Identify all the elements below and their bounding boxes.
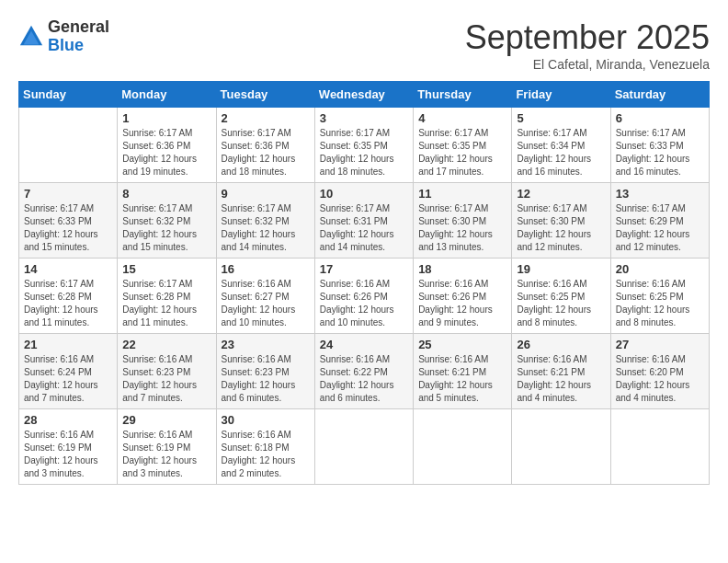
day-number: 10 <box>320 187 408 201</box>
day-number: 23 <box>222 338 310 351</box>
day-number: 8 <box>122 187 210 201</box>
week-row-5: 28 Sunrise: 6:16 AMSunset: 6:19 PMDaylig… <box>19 409 710 485</box>
logo-icon <box>18 24 44 50</box>
day-number: 12 <box>517 187 605 201</box>
day-cell: 13 Sunrise: 6:17 AMSunset: 6:29 PMDaylig… <box>610 183 709 259</box>
day-number: 14 <box>24 262 112 276</box>
day-info: Sunrise: 6:16 AMSunset: 6:19 PMDaylight:… <box>122 430 197 478</box>
day-cell: 27 Sunrise: 6:16 AMSunset: 6:20 PMDaylig… <box>610 334 709 409</box>
day-number: 17 <box>320 262 408 276</box>
day-info: Sunrise: 6:16 AMSunset: 6:27 PMDaylight:… <box>222 279 296 327</box>
day-cell: 19 Sunrise: 6:16 AMSunset: 6:25 PMDaylig… <box>512 259 610 334</box>
calendar-table: SundayMondayTuesdayWednesdayThursdayFrid… <box>18 81 710 485</box>
day-cell <box>314 409 413 485</box>
day-info: Sunrise: 6:17 AMSunset: 6:28 PMDaylight:… <box>24 279 98 327</box>
day-cell: 3 Sunrise: 6:17 AMSunset: 6:35 PMDayligh… <box>314 108 413 183</box>
day-cell: 17 Sunrise: 6:16 AMSunset: 6:26 PMDaylig… <box>314 259 413 334</box>
day-header-friday: Friday <box>512 82 610 108</box>
day-cell <box>512 409 610 485</box>
day-info: Sunrise: 6:17 AMSunset: 6:36 PMDaylight:… <box>122 128 197 177</box>
day-number: 29 <box>122 413 210 427</box>
day-info: Sunrise: 6:16 AMSunset: 6:26 PMDaylight:… <box>320 279 394 327</box>
day-info: Sunrise: 6:16 AMSunset: 6:18 PMDaylight:… <box>222 430 296 478</box>
page-header: General Blue September 2025 El Cafetal, … <box>18 18 710 72</box>
logo-blue-text: Blue <box>48 37 109 55</box>
day-cell: 22 Sunrise: 6:16 AMSunset: 6:23 PMDaylig… <box>118 334 216 409</box>
day-number: 7 <box>24 187 112 201</box>
day-cell: 11 Sunrise: 6:17 AMSunset: 6:30 PMDaylig… <box>414 183 512 259</box>
week-row-3: 14 Sunrise: 6:17 AMSunset: 6:28 PMDaylig… <box>19 259 710 334</box>
day-info: Sunrise: 6:16 AMSunset: 6:21 PMDaylight:… <box>517 354 591 403</box>
day-number: 11 <box>418 187 506 201</box>
day-cell: 2 Sunrise: 6:17 AMSunset: 6:36 PMDayligh… <box>216 108 314 183</box>
day-header-wednesday: Wednesday <box>314 82 413 108</box>
day-cell: 12 Sunrise: 6:17 AMSunset: 6:30 PMDaylig… <box>512 183 610 259</box>
day-info: Sunrise: 6:17 AMSunset: 6:33 PMDaylight:… <box>24 203 98 252</box>
day-cell: 23 Sunrise: 6:16 AMSunset: 6:23 PMDaylig… <box>216 334 314 409</box>
day-header-tuesday: Tuesday <box>216 82 314 108</box>
day-info: Sunrise: 6:17 AMSunset: 6:28 PMDaylight:… <box>122 279 197 327</box>
day-info: Sunrise: 6:16 AMSunset: 6:23 PMDaylight:… <box>222 354 296 403</box>
week-row-2: 7 Sunrise: 6:17 AMSunset: 6:33 PMDayligh… <box>19 183 710 259</box>
day-cell <box>414 409 512 485</box>
day-info: Sunrise: 6:16 AMSunset: 6:25 PMDaylight:… <box>517 279 591 327</box>
day-cell: 18 Sunrise: 6:16 AMSunset: 6:26 PMDaylig… <box>414 259 512 334</box>
day-cell: 29 Sunrise: 6:16 AMSunset: 6:19 PMDaylig… <box>118 409 216 485</box>
week-row-1: 1 Sunrise: 6:17 AMSunset: 6:36 PMDayligh… <box>19 108 710 183</box>
month-title: September 2025 <box>465 18 710 57</box>
day-cell: 7 Sunrise: 6:17 AMSunset: 6:33 PMDayligh… <box>19 183 118 259</box>
day-cell: 8 Sunrise: 6:17 AMSunset: 6:32 PMDayligh… <box>118 183 216 259</box>
day-number: 27 <box>616 338 704 351</box>
day-number: 13 <box>616 187 704 201</box>
day-number: 30 <box>222 413 310 427</box>
day-info: Sunrise: 6:17 AMSunset: 6:32 PMDaylight:… <box>122 203 197 252</box>
day-number: 16 <box>222 262 310 276</box>
day-info: Sunrise: 6:17 AMSunset: 6:35 PMDaylight:… <box>320 128 394 177</box>
title-block: September 2025 El Cafetal, Miranda, Vene… <box>465 18 710 72</box>
day-info: Sunrise: 6:16 AMSunset: 6:21 PMDaylight:… <box>418 354 493 403</box>
day-number: 19 <box>517 262 605 276</box>
day-number: 24 <box>320 338 408 351</box>
day-header-thursday: Thursday <box>414 82 512 108</box>
day-cell: 5 Sunrise: 6:17 AMSunset: 6:34 PMDayligh… <box>512 108 610 183</box>
day-header-saturday: Saturday <box>610 82 709 108</box>
day-cell <box>610 409 709 485</box>
day-number: 15 <box>122 262 210 276</box>
day-number: 9 <box>222 187 310 201</box>
week-row-4: 21 Sunrise: 6:16 AMSunset: 6:24 PMDaylig… <box>19 334 710 409</box>
day-info: Sunrise: 6:16 AMSunset: 6:25 PMDaylight:… <box>616 279 690 327</box>
day-cell: 25 Sunrise: 6:16 AMSunset: 6:21 PMDaylig… <box>414 334 512 409</box>
day-number: 21 <box>24 338 112 351</box>
day-number: 4 <box>418 111 506 125</box>
day-number: 26 <box>517 338 605 351</box>
day-cell: 20 Sunrise: 6:16 AMSunset: 6:25 PMDaylig… <box>610 259 709 334</box>
day-number: 20 <box>616 262 704 276</box>
day-info: Sunrise: 6:16 AMSunset: 6:26 PMDaylight:… <box>418 279 493 327</box>
day-info: Sunrise: 6:16 AMSunset: 6:19 PMDaylight:… <box>24 430 98 478</box>
day-cell: 30 Sunrise: 6:16 AMSunset: 6:18 PMDaylig… <box>216 409 314 485</box>
logo-general-text: General <box>48 18 109 37</box>
day-info: Sunrise: 6:17 AMSunset: 6:36 PMDaylight:… <box>222 128 296 177</box>
day-cell: 28 Sunrise: 6:16 AMSunset: 6:19 PMDaylig… <box>19 409 118 485</box>
day-cell: 21 Sunrise: 6:16 AMSunset: 6:24 PMDaylig… <box>19 334 118 409</box>
day-cell: 4 Sunrise: 6:17 AMSunset: 6:35 PMDayligh… <box>414 108 512 183</box>
logo: General Blue <box>18 18 109 55</box>
day-info: Sunrise: 6:17 AMSunset: 6:30 PMDaylight:… <box>517 203 591 252</box>
day-info: Sunrise: 6:17 AMSunset: 6:31 PMDaylight:… <box>320 203 394 252</box>
day-number: 28 <box>24 413 112 427</box>
day-number: 6 <box>616 111 704 125</box>
day-number: 5 <box>517 111 605 125</box>
day-number: 25 <box>418 338 506 351</box>
day-cell: 15 Sunrise: 6:17 AMSunset: 6:28 PMDaylig… <box>118 259 216 334</box>
day-number: 2 <box>222 111 310 125</box>
day-info: Sunrise: 6:17 AMSunset: 6:35 PMDaylight:… <box>418 128 493 177</box>
day-cell: 26 Sunrise: 6:16 AMSunset: 6:21 PMDaylig… <box>512 334 610 409</box>
day-number: 22 <box>122 338 210 351</box>
location: El Cafetal, Miranda, Venezuela <box>465 57 710 72</box>
day-cell: 14 Sunrise: 6:17 AMSunset: 6:28 PMDaylig… <box>19 259 118 334</box>
day-cell: 1 Sunrise: 6:17 AMSunset: 6:36 PMDayligh… <box>118 108 216 183</box>
day-header-monday: Monday <box>118 82 216 108</box>
header-row: SundayMondayTuesdayWednesdayThursdayFrid… <box>19 82 710 108</box>
day-number: 18 <box>418 262 506 276</box>
day-info: Sunrise: 6:16 AMSunset: 6:23 PMDaylight:… <box>122 354 197 403</box>
